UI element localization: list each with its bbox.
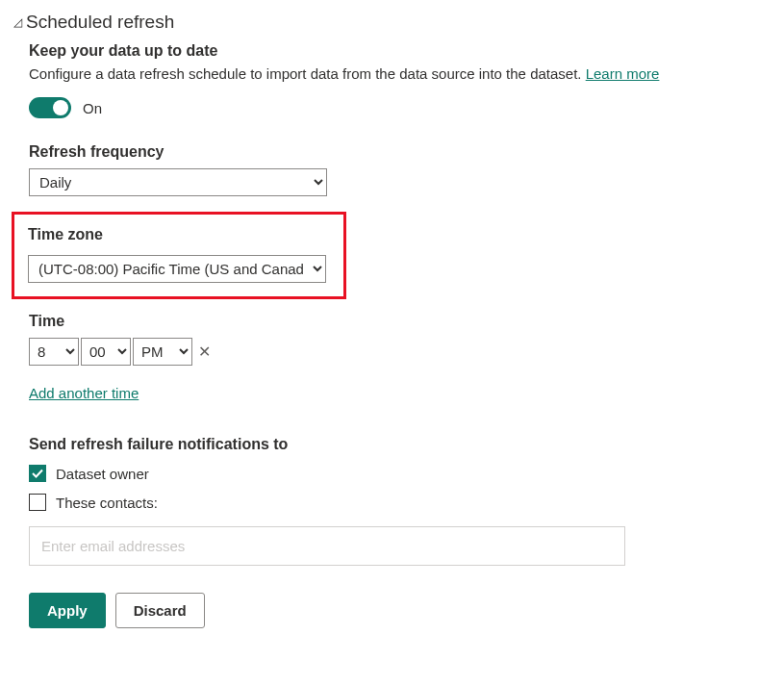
toggle-state-label: On [83, 100, 102, 116]
section-description: Configure a data refresh schedule to imp… [29, 65, 771, 82]
timezone-highlight-box: Time zone (UTC-08:00) Pacific Time (US a… [12, 212, 346, 299]
description-text: Configure a data refresh schedule to imp… [29, 65, 586, 82]
dataset-owner-checkbox[interactable] [29, 465, 46, 482]
toggle-switch[interactable] [29, 97, 71, 118]
checkmark-icon [32, 468, 43, 479]
time-minute-select[interactable]: 00 [81, 338, 131, 366]
add-time-link[interactable]: Add another time [29, 385, 139, 401]
learn-more-link[interactable]: Learn more [586, 65, 660, 82]
notifications-label: Send refresh failure notifications to [29, 436, 771, 453]
section-title: Scheduled refresh [26, 12, 174, 33]
time-ampm-select[interactable]: PM [133, 338, 192, 366]
toggle-knob [53, 100, 68, 115]
timezone-label: Time zone [28, 226, 330, 243]
frequency-select[interactable]: Daily [29, 168, 327, 196]
discard-button[interactable]: Discard [115, 593, 205, 628]
dataset-owner-label: Dataset owner [56, 466, 149, 482]
email-addresses-input[interactable] [29, 526, 625, 566]
frequency-label: Refresh frequency [29, 143, 771, 161]
time-label: Time [29, 313, 771, 330]
collapse-triangle-icon: ◿ [13, 16, 22, 28]
section-header[interactable]: ◿ Scheduled refresh [13, 12, 771, 33]
time-hour-select[interactable]: 8 [29, 338, 79, 366]
remove-time-icon[interactable]: ✕ [198, 343, 211, 361]
apply-button[interactable]: Apply [29, 593, 106, 628]
timezone-select[interactable]: (UTC-08:00) Pacific Time (US and Canada) [28, 255, 326, 283]
these-contacts-checkbox[interactable] [29, 494, 46, 511]
these-contacts-label: These contacts: [56, 495, 158, 511]
section-subtitle: Keep your data up to date [29, 42, 771, 60]
